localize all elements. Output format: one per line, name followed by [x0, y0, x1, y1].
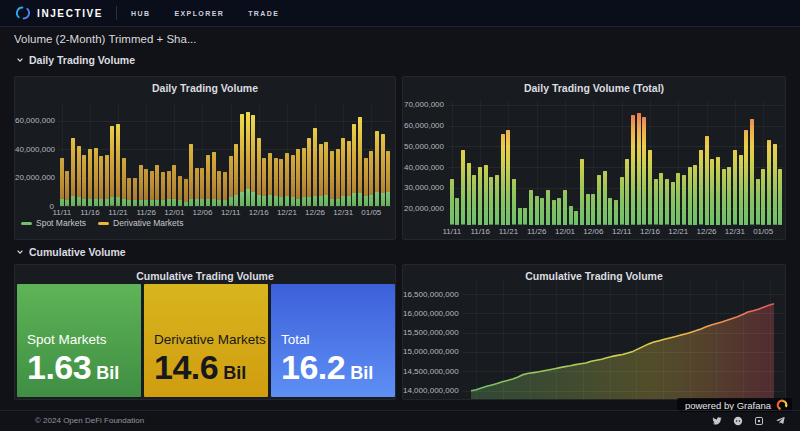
bar[interactable]: [472, 175, 476, 225]
bar[interactable]: [268, 153, 272, 206]
bar[interactable]: [756, 179, 760, 225]
bar[interactable]: [688, 167, 692, 225]
bar[interactable]: [369, 151, 373, 206]
bar[interactable]: [461, 150, 465, 225]
bar[interactable]: [455, 198, 459, 225]
telegram-icon[interactable]: [775, 415, 786, 426]
bar[interactable]: [155, 165, 159, 206]
bar[interactable]: [94, 148, 98, 206]
bar[interactable]: [212, 152, 216, 206]
bar[interactable]: [60, 158, 64, 206]
bar[interactable]: [546, 190, 550, 225]
bar[interactable]: [71, 138, 75, 206]
bar[interactable]: [665, 179, 669, 225]
bar[interactable]: [358, 117, 362, 206]
bar[interactable]: [654, 179, 658, 225]
bar[interactable]: [614, 200, 618, 225]
nav-link-hub[interactable]: HUB: [131, 10, 150, 17]
bar[interactable]: [352, 124, 356, 206]
bar[interactable]: [206, 155, 210, 206]
bar[interactable]: [229, 156, 233, 206]
bar[interactable]: [133, 178, 137, 206]
bar[interactable]: [324, 142, 328, 206]
bar[interactable]: [518, 208, 522, 225]
bar[interactable]: [386, 151, 390, 206]
nav-link-explorer[interactable]: EXPLORER: [174, 10, 224, 17]
bar[interactable]: [586, 194, 590, 225]
bar[interactable]: [110, 126, 114, 206]
bar[interactable]: [116, 124, 120, 206]
bar[interactable]: [178, 176, 182, 206]
nav-link-trade[interactable]: TRADE: [248, 10, 279, 17]
panel-title-cumulative-stats[interactable]: Cumulative Trading Volume: [15, 270, 395, 282]
bar[interactable]: [722, 169, 726, 225]
bar[interactable]: [682, 175, 686, 225]
bar[interactable]: [122, 158, 126, 206]
bar[interactable]: [139, 165, 143, 206]
cumulative-volume-chart[interactable]: 14,000,000,00014,500,000,00015,000,000,0…: [403, 265, 785, 399]
daily-volume-total-chart[interactable]: 20,000,00030,000,00040,000,00050,000,000…: [403, 77, 785, 239]
bar[interactable]: [535, 196, 539, 225]
bar[interactable]: [631, 115, 635, 225]
bar[interactable]: [557, 198, 561, 225]
bar[interactable]: [291, 155, 295, 206]
bar[interactable]: [161, 172, 165, 206]
bar[interactable]: [489, 177, 493, 225]
bar[interactable]: [733, 150, 737, 225]
discord-icon[interactable]: [733, 416, 743, 426]
bar[interactable]: [184, 179, 188, 206]
bar[interactable]: [642, 117, 646, 225]
bar[interactable]: [240, 114, 244, 206]
bar[interactable]: [676, 173, 680, 225]
bar[interactable]: [574, 211, 578, 225]
bar[interactable]: [495, 175, 499, 225]
bar[interactable]: [484, 165, 488, 225]
legend-item-derivative[interactable]: Derivative Markets: [98, 218, 183, 228]
bar[interactable]: [710, 159, 714, 225]
bar[interactable]: [778, 169, 782, 225]
bar[interactable]: [467, 163, 471, 225]
bar[interactable]: [739, 155, 743, 225]
bar[interactable]: [234, 144, 238, 206]
bar[interactable]: [99, 156, 103, 206]
bar[interactable]: [274, 158, 278, 206]
bar[interactable]: [167, 171, 171, 207]
bar[interactable]: [172, 165, 176, 206]
bar[interactable]: [580, 159, 584, 225]
bar[interactable]: [105, 155, 109, 206]
bar[interactable]: [761, 169, 765, 225]
bar[interactable]: [144, 169, 148, 206]
bar[interactable]: [336, 149, 340, 206]
bar[interactable]: [262, 158, 266, 206]
bar[interactable]: [307, 138, 311, 206]
bar[interactable]: [608, 198, 612, 225]
bar[interactable]: [195, 168, 199, 206]
bar[interactable]: [591, 194, 595, 225]
bar[interactable]: [637, 113, 641, 225]
bar[interactable]: [450, 179, 454, 225]
bar[interactable]: [127, 178, 131, 206]
bar[interactable]: [279, 159, 283, 206]
bar[interactable]: [603, 171, 607, 225]
bar[interactable]: [150, 171, 154, 207]
section-cumulative-volume[interactable]: Cumulative Volume: [16, 246, 126, 258]
bar[interactable]: [705, 136, 709, 225]
bar[interactable]: [552, 200, 556, 225]
injective-logo[interactable]: INJECTIVE: [16, 6, 103, 20]
bar[interactable]: [251, 115, 255, 206]
bar[interactable]: [750, 119, 754, 225]
bar[interactable]: [597, 175, 601, 225]
bar[interactable]: [82, 155, 86, 206]
bar[interactable]: [512, 179, 516, 225]
bar[interactable]: [381, 134, 385, 206]
bar[interactable]: [189, 144, 193, 206]
bar[interactable]: [767, 140, 771, 225]
bar[interactable]: [313, 128, 317, 206]
legend-item-spot[interactable]: Spot Markets: [21, 218, 86, 228]
bar[interactable]: [540, 198, 544, 225]
bar[interactable]: [296, 149, 300, 206]
bar[interactable]: [773, 144, 777, 225]
bar[interactable]: [302, 148, 306, 206]
bar[interactable]: [246, 112, 250, 206]
bar[interactable]: [341, 138, 345, 206]
